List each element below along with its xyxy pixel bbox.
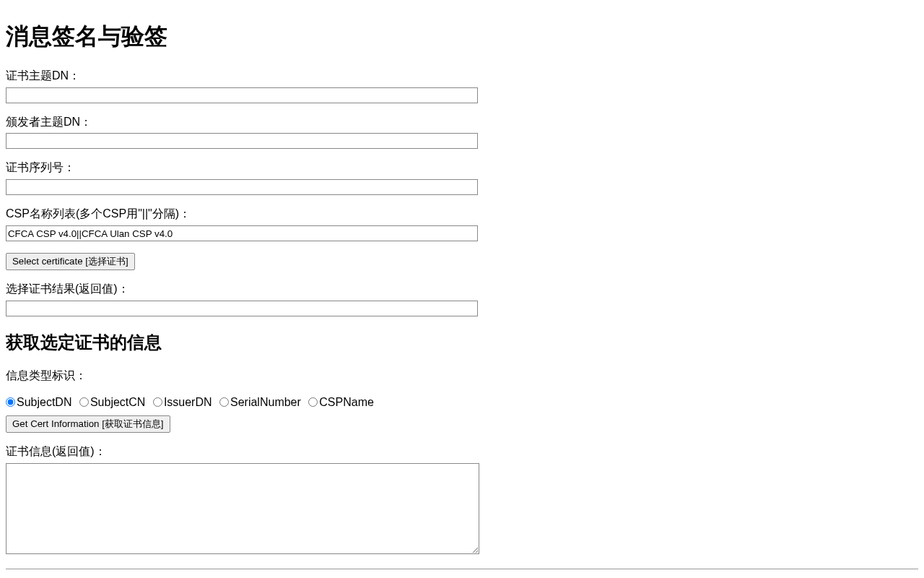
radio-group-info-type: SubjectDN SubjectCN IssuerDN SerialNumbe… [6,395,918,409]
label-select-cert-result: 选择证书结果(返回值)： [6,282,918,297]
section-get-cert-info: 获取选定证书的信息 [6,331,918,354]
label-serial-number: 证书序列号： [6,160,918,176]
radio-label-subject-cn: SubjectCN [90,396,145,408]
divider [6,569,918,569]
radio-serial-number[interactable] [219,397,229,407]
radio-csp-name[interactable] [308,397,318,407]
input-issuer-dn[interactable] [6,133,478,149]
input-csp-list[interactable] [6,225,478,241]
radio-label-subject-dn: SubjectDN [17,396,71,408]
input-select-cert-result[interactable] [6,301,478,316]
textarea-cert-info-result[interactable] [6,463,479,554]
label-issuer-dn: 颁发者主题DN： [6,115,918,130]
get-cert-info-button[interactable] [6,415,170,433]
page-title: 消息签名与验签 [6,21,918,53]
label-cert-info-result: 证书信息(返回值)： [6,444,918,460]
radio-label-serial-number: SerialNumber [230,396,301,408]
label-csp-list: CSP名称列表(多个CSP用"||"分隔)： [6,207,918,222]
label-subject-dn: 证书主题DN： [6,69,918,84]
radio-subject-cn[interactable] [79,397,89,407]
input-subject-dn[interactable] [6,87,478,103]
label-info-type: 信息类型标识： [6,368,918,384]
select-certificate-button[interactable] [6,253,135,270]
input-serial-number[interactable] [6,179,478,195]
radio-label-csp-name: CSPName [319,396,374,408]
radio-label-issuer-dn: IssuerDN [164,396,212,408]
radio-subject-dn[interactable] [6,397,15,407]
radio-issuer-dn[interactable] [153,397,162,407]
